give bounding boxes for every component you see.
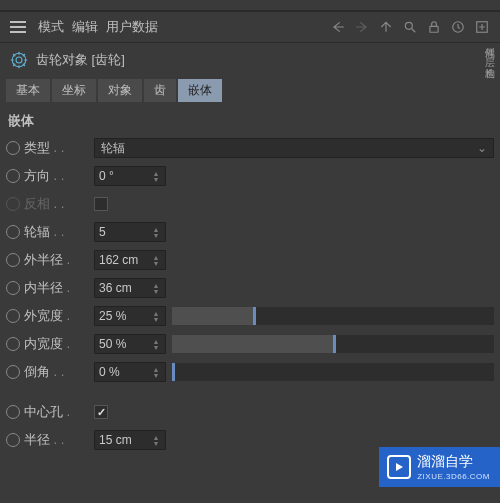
label-bevel: 倒角 . .: [24, 363, 90, 381]
input-inner-width[interactable]: 50 % ▲▼: [94, 334, 166, 354]
slider-thumb[interactable]: [253, 307, 256, 325]
slider-thumb[interactable]: [172, 363, 175, 381]
lock-icon[interactable]: [426, 19, 442, 35]
scope-icon[interactable]: [6, 405, 20, 419]
input-spokes[interactable]: 5 ▲▼: [94, 222, 166, 242]
slider-bevel[interactable]: [172, 363, 494, 381]
chevron-down-icon: ⌄: [477, 141, 487, 155]
label-inner-radius: 内半径 .: [24, 279, 90, 297]
input-outer-width[interactable]: 25 % ▲▼: [94, 306, 166, 326]
search-icon[interactable]: [402, 19, 418, 35]
slider-inner-width[interactable]: [172, 335, 494, 353]
tab-inlay[interactable]: 嵌体: [178, 79, 222, 102]
svg-rect-1: [430, 26, 438, 32]
label-inner-width: 内宽度 .: [24, 335, 90, 353]
spin-down-icon[interactable]: ▼: [151, 176, 161, 182]
label-radius: 半径 . .: [24, 431, 90, 449]
spin-down-icon[interactable]: ▼: [151, 440, 161, 446]
dropdown-type[interactable]: 轮辐 ⌄: [94, 138, 494, 158]
label-center-hole: 中心孔 .: [24, 403, 90, 421]
menu-edit[interactable]: 编辑: [72, 18, 98, 36]
scope-icon[interactable]: [6, 281, 20, 295]
hamburger-menu[interactable]: [10, 21, 26, 33]
svg-point-0: [405, 22, 412, 29]
spin-down-icon[interactable]: ▼: [151, 372, 161, 378]
label-invert: 反相 . .: [24, 195, 90, 213]
play-icon: [387, 455, 411, 479]
spin-down-icon[interactable]: ▼: [151, 316, 161, 322]
history-icon[interactable]: [450, 19, 466, 35]
input-radius[interactable]: 15 cm ▲▼: [94, 430, 166, 450]
watermark-sub: ZIXUE.3D66.COM: [417, 472, 490, 481]
input-outer-radius[interactable]: 162 cm ▲▼: [94, 250, 166, 270]
scope-icon[interactable]: [6, 365, 20, 379]
scope-icon[interactable]: [6, 337, 20, 351]
label-spokes: 轮辐 . .: [24, 223, 90, 241]
checkbox-invert[interactable]: [94, 197, 108, 211]
slider-outer-width[interactable]: [172, 307, 494, 325]
scope-icon[interactable]: [6, 141, 20, 155]
tab-coord[interactable]: 坐标: [52, 79, 96, 102]
scope-icon[interactable]: [6, 225, 20, 239]
spin-down-icon[interactable]: ▼: [151, 288, 161, 294]
spin-down-icon[interactable]: ▼: [151, 344, 161, 350]
scope-icon[interactable]: [6, 169, 20, 183]
menu-mode[interactable]: 模式: [38, 18, 64, 36]
object-title: 齿轮对象 [齿轮]: [36, 51, 125, 69]
scope-icon-disabled: [6, 197, 20, 211]
svg-point-4: [16, 57, 22, 63]
spin-down-icon[interactable]: ▼: [151, 260, 161, 266]
label-type: 类型 . .: [24, 139, 90, 157]
menu-user-data[interactable]: 用户数据: [106, 18, 158, 36]
scope-icon[interactable]: [6, 253, 20, 267]
dropdown-type-value: 轮辐: [101, 140, 125, 157]
slider-thumb[interactable]: [333, 335, 336, 353]
section-title-inlay: 嵌体: [0, 102, 500, 136]
spin-down-icon[interactable]: ▼: [151, 232, 161, 238]
scope-icon[interactable]: [6, 309, 20, 323]
label-outer-width: 外宽度 .: [24, 307, 90, 325]
scope-icon[interactable]: [6, 433, 20, 447]
nav-back-icon[interactable]: [330, 19, 346, 35]
nav-up-icon[interactable]: [378, 19, 394, 35]
nav-forward-icon: [354, 19, 370, 35]
checkbox-center-hole[interactable]: [94, 405, 108, 419]
input-direction[interactable]: 0 ° ▲▼: [94, 166, 166, 186]
tab-object[interactable]: 对象: [98, 79, 142, 102]
tab-basic[interactable]: 基本: [6, 79, 50, 102]
watermark-title: 溜溜自学: [417, 453, 490, 471]
gear-object-icon: [10, 51, 28, 69]
input-bevel[interactable]: 0 % ▲▼: [94, 362, 166, 382]
watermark: 溜溜自学 ZIXUE.3D66.COM: [379, 447, 500, 487]
label-direction: 方向 . .: [24, 167, 90, 185]
input-inner-radius[interactable]: 36 cm ▲▼: [94, 278, 166, 298]
tab-teeth[interactable]: 齿: [144, 79, 176, 102]
label-outer-radius: 外半径 .: [24, 251, 90, 269]
